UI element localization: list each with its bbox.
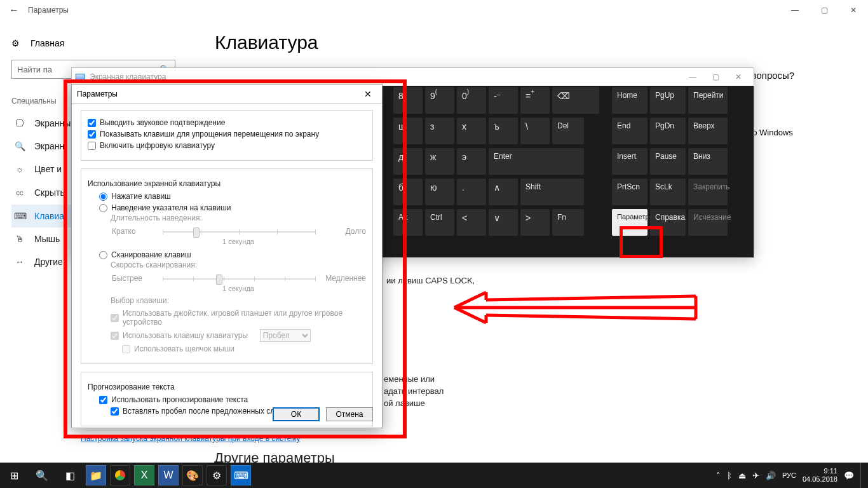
key-yu[interactable]: ю (425, 179, 454, 205)
chk-sound[interactable]: Выводить звуковое подтверждение (88, 117, 366, 128)
app-chrome-icon[interactable] (110, 465, 130, 485)
key-down-nav[interactable]: Вниз (688, 148, 728, 175)
close-icon[interactable]: ✕ (839, 0, 868, 20)
show-desktop[interactable] (860, 463, 864, 488)
key-options[interactable]: Параметры (612, 209, 648, 236)
mouse-icon: 🖱 (14, 234, 25, 244)
peek-text-3: ой лавише (384, 398, 425, 408)
taskview-button[interactable]: ◧ (56, 463, 84, 488)
tray-eject-icon[interactable]: ⏏ (738, 471, 746, 480)
sun-icon: ☼ (14, 164, 25, 174)
tray-up-icon[interactable]: ˄ (716, 471, 721, 480)
key-pause[interactable]: Pause (650, 148, 686, 175)
radio-hover[interactable]: Наведение указателя на клавиши (99, 202, 366, 214)
tray-network-icon[interactable]: ✈ (752, 471, 759, 480)
dialog-close-icon[interactable]: ✕ (359, 87, 377, 101)
tray-volume-icon[interactable]: 🔊 (766, 471, 776, 480)
key-9[interactable]: 9( (425, 87, 454, 114)
osk-titlebar[interactable]: Экранная клавиатура — ▢ ✕ (72, 68, 754, 86)
app-word-icon[interactable]: W (158, 465, 179, 485)
app-explorer-icon[interactable]: 📁 (86, 465, 106, 485)
key-fade[interactable]: Исчезание (688, 209, 728, 236)
dialog-titlebar[interactable]: Параметры ✕ (72, 85, 382, 104)
maximize-icon[interactable]: ▢ (810, 0, 839, 20)
key-b[interactable]: б (393, 179, 423, 205)
key-shch[interactable]: щ (393, 118, 423, 144)
action-center-icon[interactable]: 💬 (844, 471, 854, 480)
hover-duration-label: Длительность наведения: (111, 214, 366, 222)
page-title: Клавиатура (215, 32, 318, 53)
key-dock[interactable]: Закрепить (688, 179, 728, 205)
ok-button[interactable]: ОК (273, 407, 320, 421)
chk-show-keys[interactable]: Показывать клавиши для упрощения перемещ… (88, 128, 366, 140)
tray-bluetooth-icon[interactable]: ᛒ (727, 471, 732, 480)
arrows-icon: ↔ (14, 257, 25, 267)
key-right-arrow[interactable]: > (520, 209, 550, 236)
tray-language[interactable]: РУС (782, 471, 796, 479)
radio-scan[interactable]: Сканирование клавиш (99, 249, 366, 261)
key-insert[interactable]: Insert (612, 148, 648, 175)
search-button[interactable]: 🔍 (28, 463, 56, 488)
dialog-title-text: Параметры (77, 90, 118, 98)
key-alt[interactable]: Alt (393, 209, 423, 236)
key-pgup[interactable]: PgUp (650, 87, 686, 114)
key-minus[interactable]: -_ (489, 87, 518, 114)
key-dot[interactable]: . (457, 179, 486, 205)
start-button[interactable]: ⊞ (0, 463, 28, 488)
chk-predict[interactable]: Использовать прогнозирование текста (99, 394, 366, 405)
key-fn[interactable]: Fn (552, 209, 584, 236)
gear-icon: ⚙ (11, 38, 23, 48)
nav-home[interactable]: ⚙ Главная (11, 38, 202, 48)
key-help[interactable]: Справка (650, 209, 686, 236)
key-ctrl[interactable]: Ctrl (425, 209, 454, 236)
osk-minimize-icon[interactable]: — (681, 70, 704, 84)
key-sclk[interactable]: ScLk (650, 179, 686, 205)
osk-close-icon[interactable]: ✕ (727, 70, 750, 84)
key-hard[interactable]: ъ (489, 118, 518, 144)
key-kh[interactable]: х (457, 118, 486, 144)
scan-speed-label: Скорость сканирования: (111, 261, 366, 269)
key-end[interactable]: End (612, 118, 648, 144)
tray-clock[interactable]: 9:11 04.05.2018 (803, 467, 837, 483)
key-prtscn[interactable]: PrtScn (612, 179, 648, 205)
osk-maximize-icon[interactable]: ▢ (704, 70, 727, 84)
key-zh[interactable]: ж (425, 148, 454, 175)
minimize-icon[interactable]: — (780, 0, 810, 20)
select-key-label: Выбор клавиши: (111, 296, 366, 305)
hover-slider: Кратко Долго (112, 225, 366, 238)
key-8[interactable]: 8* (393, 87, 423, 114)
key-shift[interactable]: Shift (520, 179, 584, 205)
key-d[interactable]: д (393, 148, 423, 175)
key-equals[interactable]: =+ (520, 87, 550, 114)
key-go[interactable]: Перейти (688, 87, 728, 114)
app-paint-icon[interactable]: 🎨 (182, 465, 203, 485)
usage-heading: Использование экранной клавиатуры (88, 179, 366, 188)
key-up-nav[interactable]: Вверх (688, 118, 728, 144)
key-home[interactable]: Home (612, 87, 648, 114)
key-left-arrow[interactable]: < (457, 209, 486, 236)
key-del[interactable]: Del (552, 118, 584, 144)
window-title: Параметры (28, 6, 69, 15)
peek-text-2: адать интервал (384, 386, 444, 396)
key-0[interactable]: 0) (457, 87, 486, 114)
chk-numpad[interactable]: Включить цифровую клавиатуру (88, 140, 366, 151)
chk-joystick: Использовать джойстик, игровой планшет и… (111, 308, 366, 328)
osk-title-text: Экранная клавиатура (90, 72, 166, 81)
cancel-button[interactable]: Отмена (326, 407, 373, 421)
key-e[interactable]: э (457, 148, 486, 175)
radio-click[interactable]: Нажатие клавиш (99, 191, 366, 202)
key-pgdn[interactable]: PgDn (650, 118, 686, 144)
app-settings-icon[interactable]: ⚙ (207, 465, 227, 485)
back-arrow-icon[interactable]: ← (9, 4, 19, 16)
app-excel-icon[interactable]: X (134, 465, 154, 485)
key-backslash[interactable]: \ (520, 118, 550, 144)
app-osk-icon[interactable]: ⌨ (231, 465, 251, 485)
keyboard-icon: ⌨ (14, 211, 25, 221)
chk-keyboard-key: Использовать клавишу клавиатуры Пробел (111, 328, 366, 343)
key-down-arrow[interactable]: ∨ (489, 209, 518, 236)
startup-link[interactable]: Настройка запуска экранной клавиатуры пр… (81, 434, 301, 443)
key-backspace[interactable]: ⌫ (552, 87, 599, 114)
key-z[interactable]: з (425, 118, 454, 144)
key-enter[interactable]: Enter (489, 148, 584, 175)
key-up-arrow[interactable]: ∧ (489, 179, 518, 205)
